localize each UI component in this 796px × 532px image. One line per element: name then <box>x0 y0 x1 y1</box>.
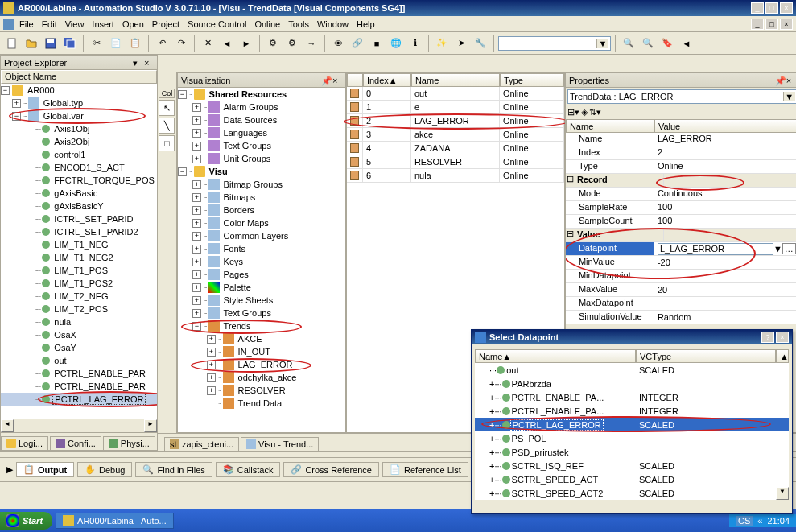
prop-cat-value[interactable]: ⊟Value <box>566 229 796 242</box>
tree-trend-item[interactable]: +···AKCE <box>178 332 345 345</box>
tree-item[interactable]: +···Color Maps <box>178 217 345 229</box>
col-name[interactable]: Name <box>411 73 500 87</box>
expand-icon[interactable]: ▶ <box>6 464 13 475</box>
system-tray[interactable]: CS « 21:04 <box>729 514 796 527</box>
tree-item[interactable]: +···Text Groups <box>178 307 345 320</box>
tree-item[interactable]: +···Borders <box>178 204 345 217</box>
datapoint-row[interactable]: ··· outSCALED <box>475 363 789 377</box>
tool-button[interactable]: 🔧 <box>472 35 489 52</box>
tree-root[interactable]: −AR000 <box>1 84 157 97</box>
close-panel-icon[interactable]: × <box>144 58 154 68</box>
find-button[interactable]: 🔍 <box>620 35 637 52</box>
tree-item[interactable]: +···Global.typ <box>1 97 157 109</box>
menu-insert[interactable]: Insert <box>92 19 114 29</box>
col-object-name[interactable]: Object Name <box>1 70 157 84</box>
tree-var[interactable]: ······gAxisBasicY <box>1 200 157 212</box>
tree-item[interactable]: +···Common Layers <box>178 229 345 242</box>
pin-icon[interactable]: 📌 <box>775 76 785 85</box>
prop-row[interactable]: Index2 <box>566 146 796 160</box>
scroll-right-button[interactable]: ► <box>144 419 157 432</box>
tree-global-var[interactable]: −···Global.var <box>1 109 157 122</box>
nav-back-button[interactable]: ◄ <box>218 35 236 52</box>
datapoint-input[interactable] <box>658 243 773 255</box>
tree-var[interactable]: ······gAxisBasic <box>1 187 157 200</box>
close-panel-icon[interactable]: × <box>786 76 796 85</box>
doc-close-button[interactable]: × <box>780 19 793 30</box>
prop-row[interactable]: NameLAG_ERROR <box>566 133 796 146</box>
col-prop-value[interactable]: Value <box>654 119 796 133</box>
table-row[interactable]: 3akceOnline <box>347 128 564 142</box>
config-dropdown[interactable]: ▼ <box>498 36 611 51</box>
prop-row[interactable]: ModeContinuous <box>566 188 796 201</box>
prev-bookmark-button[interactable]: ◄ <box>678 35 695 52</box>
tab-reflist[interactable]: 📄 Reference List <box>382 462 468 477</box>
lang-indicator[interactable]: CS <box>736 516 753 526</box>
pin-icon[interactable]: ▾ <box>133 58 142 68</box>
menu-edit[interactable]: Edit <box>42 19 57 29</box>
prop-row[interactable]: TypeOnline <box>566 160 796 174</box>
tree-shared[interactable]: −···Shared Resources <box>178 88 345 101</box>
tree-trend-item[interactable]: +···IN_OUT <box>178 345 345 358</box>
tree-item[interactable]: +···Data Sources <box>178 113 345 126</box>
tree-var[interactable]: ······LIM_T1_NEG <box>1 238 157 251</box>
tree-item[interactable]: +···Text Groups <box>178 139 345 152</box>
info-button[interactable]: ℹ <box>406 35 424 52</box>
nav-fwd-button[interactable]: ► <box>237 35 255 52</box>
tree-var[interactable]: ······LIM_T1_POS <box>1 264 157 277</box>
bookmark-button[interactable]: 🔖 <box>658 35 676 52</box>
paste-button[interactable]: 📋 <box>126 35 144 52</box>
scroll-left-button[interactable]: ◄ <box>1 419 14 432</box>
browse-button[interactable]: … <box>782 243 796 254</box>
close-panel-icon[interactable]: × <box>332 76 342 85</box>
sort-icon[interactable]: ⇅▾ <box>589 107 601 118</box>
menu-source-control[interactable]: Source Control <box>188 19 246 29</box>
save-all-button[interactable] <box>61 35 79 52</box>
prop-row[interactable]: MaxDatapoint <box>566 297 796 311</box>
prop-row[interactable]: SimulationValueRandom <box>566 311 796 324</box>
tree-trend-item[interactable]: +···odchylka_akce <box>178 371 345 384</box>
new-button[interactable] <box>3 35 21 52</box>
start-button[interactable]: Start <box>0 512 52 530</box>
monitor-button[interactable]: 👁 <box>329 35 347 52</box>
cut-button[interactable]: ✂ <box>88 35 105 52</box>
property-selector[interactable]: TrendData : LAG_ERROR▼ <box>567 89 796 104</box>
prop-row[interactable]: MaxValue20 <box>566 283 796 297</box>
col-dp-vctype[interactable]: VCType <box>636 349 776 363</box>
menu-view[interactable]: View <box>65 19 85 29</box>
tree-var[interactable]: ······PCTRL_ENABLE_PAR <box>1 367 157 380</box>
wand-button[interactable]: ✨ <box>433 35 451 52</box>
minimize-button[interactable]: _ <box>751 2 764 14</box>
globe-button[interactable]: 🌐 <box>387 35 405 52</box>
tree-var[interactable]: ······PCTRL_ENABLE_PAR <box>1 380 157 393</box>
menu-help[interactable]: Help <box>357 19 375 29</box>
table-row[interactable]: 5RESOLVEROnline <box>347 155 564 169</box>
dropdown-arrow-icon[interactable]: ▼ <box>773 244 782 254</box>
tab-logical[interactable]: Logi... <box>1 436 48 450</box>
tab-find[interactable]: 🔍 Find in Files <box>135 462 212 477</box>
pin-icon[interactable]: 📌 <box>321 76 331 85</box>
tree-var[interactable]: ······out <box>1 354 157 367</box>
tree-trend-item[interactable]: ···Trend Data <box>178 397 345 410</box>
menu-project[interactable]: Project <box>152 19 179 29</box>
col-dp-name[interactable]: Name ▲ <box>475 349 636 363</box>
col-label[interactable]: Col <box>159 89 175 98</box>
datapoint-row[interactable]: +··· PCTRL_ENABLE_PA...INTEGER <box>475 404 789 418</box>
tree-item[interactable]: +···Style Sheets <box>178 294 345 307</box>
table-row[interactable]: 4ZADANAOnline <box>347 142 564 155</box>
tree-item[interactable]: +···Pages <box>178 268 345 281</box>
menu-tools[interactable]: Tools <box>288 19 309 29</box>
tab-debug[interactable]: ✋ Debug <box>77 462 132 477</box>
prop-row[interactable]: Datapoint ▼ … <box>566 242 796 256</box>
tree-item[interactable]: −···Trends <box>178 320 345 332</box>
tree-item[interactable]: +···Palette <box>178 281 345 294</box>
pointer-button[interactable]: ➤ <box>452 35 470 52</box>
copy-button[interactable]: 📄 <box>107 35 125 52</box>
maximize-button[interactable]: □ <box>765 2 778 14</box>
tree-var[interactable]: ······OsaX <box>1 328 157 341</box>
menu-file[interactable]: File <box>19 19 34 29</box>
tree-var[interactable]: ······FFCTRL_TORQUE_POS <box>1 174 157 187</box>
tree-item[interactable]: +···Alarm Groups <box>178 101 345 113</box>
tab-physical[interactable]: Physi... <box>103 436 155 450</box>
tree-item[interactable]: +···Bitmaps <box>178 191 345 204</box>
tab-callstack[interactable]: 📚 Callstack <box>216 462 281 477</box>
